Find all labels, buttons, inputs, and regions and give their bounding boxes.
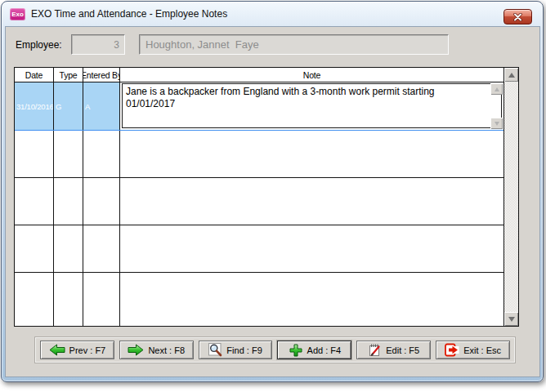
- cell-type: [54, 225, 83, 272]
- scroll-up-icon[interactable]: [504, 68, 518, 82]
- cell-entered-by: A: [83, 82, 120, 130]
- cell-type: G: [54, 82, 83, 130]
- close-button[interactable]: [503, 9, 532, 24]
- dialog-content: Employee: 3 Houghton, Jannet Faye Date T…: [5, 26, 540, 377]
- screen: Exo EXO Time and Attendance - Employee N…: [0, 0, 546, 392]
- grid-header-row: Date Type Entered By Note: [15, 68, 503, 82]
- window-title: EXO Time and Attendance - Employee Notes: [31, 8, 227, 20]
- employee-name-field[interactable]: Houghton, Jannet Faye: [139, 34, 449, 55]
- cell-note: [120, 131, 503, 177]
- button-label: Prev : F7: [69, 345, 106, 355]
- exit-door-icon: [445, 343, 459, 357]
- find-button[interactable]: Find : F9: [199, 341, 273, 359]
- cell-date: [15, 131, 54, 177]
- header-type: Type: [54, 68, 83, 82]
- note-scroll-down-icon[interactable]: [490, 118, 503, 129]
- note-row-empty[interactable]: [15, 225, 503, 273]
- cell-note: [120, 225, 503, 272]
- cell-date: [15, 225, 54, 272]
- notes-grid-body: Date Type Entered By Note 31/10/2016 G A…: [15, 68, 503, 326]
- cell-type: [54, 273, 83, 326]
- cell-note: Jane is a backpacker from England with a…: [120, 82, 503, 130]
- button-label: Add : F4: [307, 345, 342, 355]
- employee-notes-window: Exo EXO Time and Attendance - Employee N…: [1, 1, 544, 382]
- add-button[interactable]: Add : F4: [277, 341, 351, 359]
- title-bar: Exo EXO Time and Attendance - Employee N…: [2, 2, 543, 26]
- notes-grid: Date Type Entered By Note 31/10/2016 G A…: [14, 67, 519, 327]
- cell-date: [15, 273, 54, 326]
- button-label: Next : F8: [148, 345, 185, 355]
- cell-entered-by: [83, 225, 120, 272]
- grid-vertical-scrollbar[interactable]: [503, 68, 518, 326]
- bottom-toolbar: Prev : F7 Next : F8: [34, 336, 516, 363]
- note-row-empty[interactable]: [15, 273, 503, 326]
- employee-number-field[interactable]: 3: [71, 34, 125, 55]
- arrow-left-icon: [49, 344, 65, 356]
- cell-type: [54, 178, 83, 225]
- employee-label: Employee:: [16, 39, 62, 51]
- scroll-down-icon[interactable]: [504, 312, 518, 326]
- note-scroll-up-icon[interactable]: [490, 83, 503, 95]
- button-label: Edit : F5: [386, 345, 419, 355]
- button-label: Exit : Esc: [463, 345, 501, 355]
- note-editor-scrollbar[interactable]: [490, 83, 503, 129]
- magnifier-icon: [208, 343, 222, 357]
- header-entered-by: Entered By: [83, 68, 120, 82]
- cell-date: [15, 178, 54, 225]
- note-row-selected[interactable]: 31/10/2016 G A Jane is a backpacker from…: [15, 82, 503, 131]
- cell-note: [120, 273, 503, 326]
- edit-button[interactable]: Edit : F5: [356, 341, 431, 359]
- cell-note: [120, 178, 503, 225]
- cell-entered-by: [83, 131, 120, 177]
- note-text-editor[interactable]: Jane is a backpacker from England with a…: [122, 83, 502, 128]
- close-icon: [513, 13, 522, 21]
- header-date: Date: [15, 68, 54, 82]
- plus-icon: [289, 343, 303, 358]
- next-button[interactable]: Next : F8: [119, 341, 194, 359]
- exit-button[interactable]: Exit : Esc: [436, 341, 510, 359]
- arrow-right-icon: [128, 344, 144, 356]
- edit-pencil-icon: [368, 343, 382, 357]
- cell-type: [54, 131, 83, 177]
- exo-app-icon: Exo: [10, 8, 25, 20]
- note-row-empty[interactable]: [15, 178, 503, 225]
- button-label: Find : F9: [226, 345, 262, 355]
- note-row-empty[interactable]: [15, 131, 503, 178]
- header-note: Note: [120, 68, 503, 82]
- prev-button[interactable]: Prev : F7: [40, 341, 114, 359]
- cell-entered-by: [83, 273, 120, 326]
- cell-entered-by: [83, 178, 120, 225]
- cell-date: 31/10/2016: [15, 82, 54, 130]
